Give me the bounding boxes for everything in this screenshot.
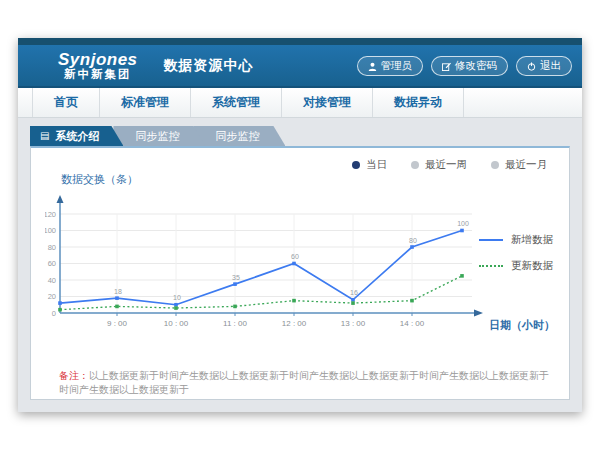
filter-option-label: 最近一周 <box>425 158 467 172</box>
x-tick-label: 10 : 00 <box>164 319 189 328</box>
footer-note: 备注：以上数据更新于时间产生数据以上数据更新于时间产生数据以上数据更新于时间产生… <box>59 369 553 397</box>
legend-label: 新增数据 <box>511 233 553 247</box>
brand-name: Synjones <box>58 51 138 69</box>
power-icon <box>527 62 536 71</box>
app-header: Synjones 新中新集团 数据资源中心 管理员 修改密码 退出 <box>18 45 582 88</box>
header-top-strip <box>18 38 582 45</box>
series-point <box>410 299 414 303</box>
point-value-label: 35 <box>232 274 240 281</box>
x-tick-label: 9 : 00 <box>107 319 128 328</box>
app-window: Synjones 新中新集团 数据资源中心 管理员 修改密码 退出 <box>18 38 582 412</box>
series-point <box>58 301 62 305</box>
filter-option-last-month[interactable]: 最近一月 <box>491 158 547 172</box>
legend-item-updated-data[interactable]: 更新数据 <box>479 259 553 273</box>
y-tick-label: 0 <box>52 309 56 318</box>
line-chart: 0204060801001209 : 0010 : 0011 : 0012 : … <box>45 191 495 336</box>
filter-option-today[interactable]: 当日 <box>352 158 387 172</box>
series-point <box>174 303 178 307</box>
document-icon: ▤ <box>40 126 49 146</box>
point-value-label: 60 <box>291 253 299 260</box>
change-password-button[interactable]: 修改密码 <box>431 56 508 76</box>
main-nav: 首页 标准管理 系统管理 对接管理 数据异动 <box>18 88 582 118</box>
content-area: ▤ 系统介绍 同步监控 同步监控 当日 最近一周 最近一月 <box>18 118 582 412</box>
series-point <box>292 299 296 303</box>
x-tick-label: 13 : 00 <box>341 319 366 328</box>
legend-line-dotted-icon <box>479 265 503 267</box>
series-point <box>292 262 296 266</box>
x-axis-arrow-icon <box>474 310 483 317</box>
logout-button[interactable]: 退出 <box>516 56 572 76</box>
series-point <box>233 282 237 286</box>
tab-sync-monitor-2[interactable]: 同步监控 <box>193 126 285 146</box>
legend-label: 更新数据 <box>511 259 553 273</box>
radio-icon <box>411 161 419 169</box>
admin-button-label: 管理员 <box>381 59 413 73</box>
legend-line-solid-icon <box>479 239 503 241</box>
user-icon <box>368 62 377 71</box>
point-value-label: 10 <box>173 294 181 301</box>
series-point <box>351 298 355 302</box>
nav-item-home[interactable]: 首页 <box>32 88 100 117</box>
series-point <box>174 306 178 310</box>
admin-button[interactable]: 管理员 <box>357 56 424 76</box>
y-tick-label: 120 <box>45 210 56 219</box>
nav-item-data-change[interactable]: 数据异动 <box>373 88 464 117</box>
radio-icon <box>491 161 499 169</box>
footer-note-text: 以上数据更新于时间产生数据以上数据更新于时间产生数据以上数据更新于时间产生数据以… <box>59 370 549 395</box>
tab-bar: ▤ 系统介绍 同步监控 同步监控 <box>30 126 570 146</box>
filter-option-label: 当日 <box>366 158 387 172</box>
series-point <box>460 274 464 278</box>
app-title: 数据资源中心 <box>164 57 254 75</box>
change-password-button-label: 修改密码 <box>455 59 497 73</box>
series-point <box>115 305 119 309</box>
y-tick-label: 40 <box>48 276 56 285</box>
tab-system-intro-label: 系统介绍 <box>55 126 99 146</box>
point-value-label: 16 <box>350 289 358 296</box>
y-tick-label: 20 <box>48 292 56 301</box>
nav-item-standard-mgmt[interactable]: 标准管理 <box>100 88 191 117</box>
brand-company: 新中新集团 <box>58 68 138 80</box>
y-axis-arrow-icon <box>57 195 64 203</box>
series-point <box>460 229 464 233</box>
y-tick-label: 80 <box>48 243 56 252</box>
tab-content-panel: 当日 最近一周 最近一月 数据交换（条） 0204060801001209 : … <box>30 146 570 400</box>
header-actions: 管理员 修改密码 退出 <box>357 56 573 76</box>
nav-item-interface-mgmt[interactable]: 对接管理 <box>282 88 373 117</box>
tab-system-intro[interactable]: ▤ 系统介绍 <box>30 126 123 146</box>
footer-note-prefix: 备注： <box>59 370 89 381</box>
chart-legend: 新增数据 更新数据 <box>479 233 553 273</box>
edit-icon <box>442 62 451 71</box>
chart-area: 0204060801001209 : 0010 : 0011 : 0012 : … <box>31 191 569 349</box>
x-tick-label: 12 : 00 <box>282 319 307 328</box>
filter-option-last-week[interactable]: 最近一周 <box>411 158 467 172</box>
chart-x-axis-title: 日期（小时） <box>489 318 555 333</box>
chart-y-axis-title: 数据交换（条） <box>61 172 569 187</box>
series-point <box>351 301 355 305</box>
y-tick-label: 60 <box>48 259 56 268</box>
tab-sync-monitor-1[interactable]: 同步监控 <box>113 126 205 146</box>
series-point <box>115 296 119 300</box>
y-tick-label: 100 <box>45 226 56 235</box>
point-value-label: 18 <box>114 288 122 295</box>
x-tick-label: 11 : 00 <box>223 319 247 328</box>
series-point <box>233 305 237 309</box>
point-value-label: 100 <box>457 220 469 227</box>
series-point <box>410 245 414 249</box>
time-range-filter: 当日 最近一周 最近一月 <box>31 158 547 172</box>
legend-item-new-data[interactable]: 新增数据 <box>479 233 553 247</box>
brand-logo: Synjones 新中新集团 <box>58 51 138 81</box>
x-tick-label: 14 : 00 <box>400 319 425 328</box>
nav-item-system-mgmt[interactable]: 系统管理 <box>191 88 282 117</box>
series-point <box>58 308 62 312</box>
radio-icon <box>352 161 360 169</box>
logout-button-label: 退出 <box>540 59 561 73</box>
filter-option-label: 最近一月 <box>505 158 547 172</box>
point-value-label: 80 <box>409 237 417 244</box>
